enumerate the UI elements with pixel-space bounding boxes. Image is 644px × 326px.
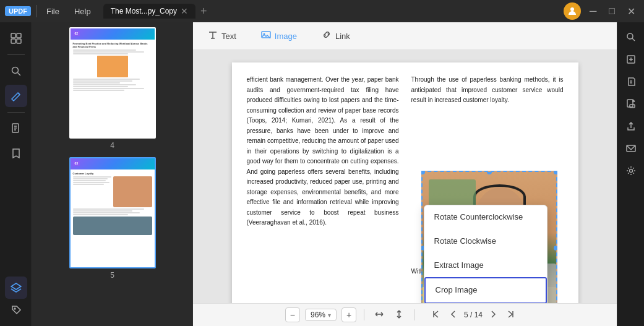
toolbar-image-button[interactable]: Image [256, 27, 302, 45]
thumb-content-4: Promoting Best Practice and Reducing Wor… [71, 40, 155, 94]
right-extract-button[interactable] [621, 72, 641, 92]
sidebar-icon-edit[interactable] [5, 85, 27, 107]
thumb-line [73, 82, 121, 84]
thumbnail-image-5[interactable]: 03 Customer Loyalty [69, 157, 156, 268]
svg-point-5 [12, 67, 18, 74]
thumb-line [73, 182, 109, 183]
page-info: 5 / 14 [464, 311, 483, 319]
minimize-button[interactable]: ─ [586, 4, 600, 18]
left-column: efficient bank management. Over the year… [247, 75, 399, 277]
toolbar-text-button[interactable]: Text [203, 27, 241, 45]
thumb-title-4: Promoting Best Practice and Reducing Wor… [73, 42, 152, 48]
thumb-title-5: Customer Loyalty [73, 172, 152, 175]
last-page-button[interactable] [504, 309, 517, 322]
thumbnail-label-4: 4 [110, 141, 114, 150]
zoom-dropdown-icon[interactable]: ▾ [328, 312, 331, 319]
right-settings-button[interactable] [621, 161, 641, 181]
page-navigation: 5 / 14 [429, 309, 517, 322]
right-text-top: Through the use of paperless banking met… [411, 75, 564, 106]
editing-toolbar: Text Image [193, 22, 617, 50]
menu-help[interactable]: Help [69, 4, 96, 19]
tab-label: The Most...py_Copy [111, 7, 177, 15]
thumbnail-label-5: 5 [110, 271, 114, 280]
right-share-button[interactable] [621, 116, 641, 136]
thumb-line [73, 49, 136, 51]
thumbnail-panel: 02 Promoting Best Practice and Reducing … [32, 22, 193, 326]
toolbar-link-button[interactable]: Link [317, 27, 355, 45]
right-search-button[interactable] [621, 27, 641, 47]
toolbar-separator [364, 309, 364, 320]
svg-rect-1 [11, 33, 15, 38]
left-text: efficient bank management. Over the year… [247, 75, 399, 228]
prev-page-button[interactable] [447, 309, 460, 322]
svg-point-0 [570, 7, 574, 11]
right-ocr-button[interactable] [621, 49, 641, 69]
document-view[interactable]: efficient bank management. Over the year… [193, 50, 617, 303]
zoom-out-button[interactable]: − [285, 307, 300, 322]
thumb-line [73, 176, 112, 178]
thumb-header-5 [71, 158, 155, 169]
thumb-line [73, 90, 124, 91]
zoom-in-button[interactable]: + [341, 307, 356, 322]
right-mail-button[interactable] [621, 139, 641, 158]
context-rotate-ccw[interactable]: Rotate Counterclockwise [424, 205, 547, 229]
context-rotate-cw[interactable]: Rotate Clockwise [424, 229, 547, 254]
thumbnail-item-4[interactable]: 02 Promoting Best Practice and Reducing … [69, 27, 156, 150]
fit-page-button[interactable] [392, 308, 406, 322]
handle-right-middle[interactable] [554, 246, 557, 251]
right-pdf-button[interactable] [621, 94, 641, 114]
sidebar-divider-1 [7, 54, 25, 55]
svg-rect-23 [630, 105, 635, 108]
thumb-badge-5: 03 [73, 161, 80, 166]
close-button[interactable]: ✕ [624, 4, 639, 19]
thumb-line [73, 53, 129, 54]
title-bar: UPDF File Help The Most...py_Copy ✕ + ─ … [0, 0, 644, 22]
thumb-line [73, 208, 144, 210]
text-icon [208, 30, 218, 42]
sidebar-icon-layers[interactable] [5, 277, 27, 299]
sidebar-icon-thumbnails[interactable] [5, 27, 27, 49]
context-crop[interactable]: Crop Image [424, 277, 547, 303]
sidebar-icon-pages[interactable] [5, 118, 27, 140]
thumb-line [73, 84, 136, 85]
thumb-image-placeholder [97, 56, 128, 77]
thumb-content-5: Customer Loyalty [71, 169, 155, 238]
thumb-line [73, 88, 144, 89]
thumbnail-item-5[interactable]: 03 Customer Loyalty [69, 157, 156, 280]
new-tab-button[interactable]: + [198, 5, 210, 18]
thumb-line [73, 214, 129, 215]
sidebar-icon-tag[interactable] [5, 299, 27, 321]
right-sidebar [617, 22, 644, 326]
svg-rect-2 [17, 33, 21, 38]
sidebar-icon-bookmark[interactable] [5, 142, 27, 165]
tab-close-button[interactable]: ✕ [181, 6, 188, 16]
thumb-line [73, 180, 106, 181]
zoom-value: 96% [311, 311, 325, 319]
context-extract[interactable]: Extract Image [424, 254, 547, 278]
thumb-line [73, 212, 140, 213]
sidebar-divider-2 [7, 112, 25, 113]
toolbar-text-label: Text [221, 32, 236, 41]
page-content: efficient bank management. Over the year… [232, 62, 578, 303]
link-icon [322, 30, 332, 42]
thumb-line [73, 80, 132, 82]
thumbnail-image-4[interactable]: 02 Promoting Best Practice and Reducing … [69, 27, 156, 139]
zoom-level-display[interactable]: 96% ▾ [305, 309, 337, 321]
content-area: Text Image [193, 22, 617, 326]
sidebar-icon-search[interactable] [5, 60, 27, 82]
svg-point-17 [627, 33, 633, 39]
svg-point-25 [629, 169, 632, 173]
menu-file[interactable]: File [41, 4, 64, 19]
fit-width-button[interactable] [372, 308, 387, 322]
toolbar-separator-2 [414, 309, 414, 320]
left-sidebar [0, 22, 32, 326]
user-avatar[interactable] [564, 2, 581, 20]
maximize-button[interactable]: □ [605, 4, 619, 18]
thumb-line [73, 184, 104, 185]
first-page-button[interactable] [429, 309, 443, 322]
next-page-button[interactable] [486, 309, 500, 322]
main-area: 02 Promoting Best Practice and Reducing … [0, 22, 644, 326]
svg-line-6 [17, 73, 20, 76]
sidebar-bottom [5, 277, 27, 321]
active-tab[interactable]: The Most...py_Copy ✕ [103, 4, 195, 19]
